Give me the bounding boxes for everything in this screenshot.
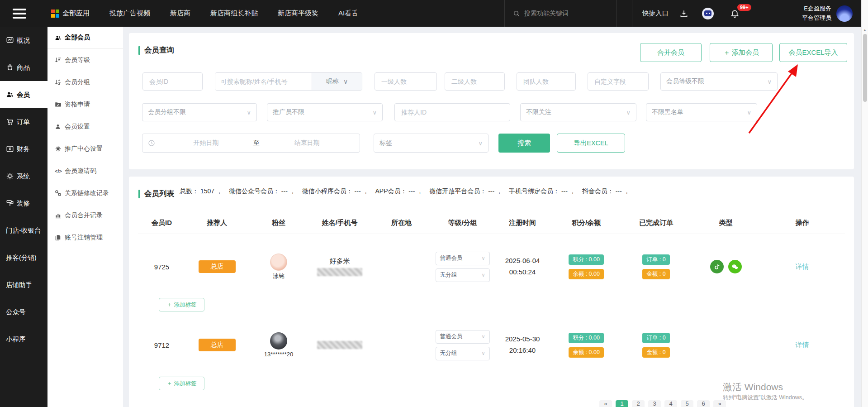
fan-cell: 13*******20 [264,332,293,358]
group-select[interactable]: 无分组∨ [436,268,490,282]
chevron-down-icon: ∨ [626,109,631,116]
page-2[interactable]: 2 [632,400,645,407]
col-actions: 操作 [796,219,809,227]
page-next[interactable]: » [713,400,726,407]
page-scrollbar[interactable]: ▲ [861,0,868,407]
end-date-placeholder[interactable]: 结束日期 [260,139,354,147]
submenu-merge-log[interactable]: 会员合并记录 [47,204,123,226]
tag-select[interactable]: 标签∨ [374,134,489,153]
menu-toggle-icon[interactable] [13,9,26,19]
topnav-leader-subsidy[interactable]: 新店商组长补贴 [210,9,258,18]
level1-count-input[interactable] [375,72,437,91]
member-submenu: 全部会员 会员等级 会员分组 资格申请 会员设置 推广中心设置 </> 会员邀请… [47,27,123,407]
submenu-label: 账号注销管理 [65,234,103,242]
level-select[interactable]: 普通会员∨ [436,330,490,344]
add-tag-button[interactable]: ＋ 添加标签 [159,298,204,311]
referrer-id-input[interactable] [394,103,510,121]
export-excel-button[interactable]: 导出EXCEL [557,134,625,153]
quick-entry-button[interactable]: 快捷入口 [642,0,669,27]
sidebar-item-mini-program[interactable]: 小程序 [0,326,47,353]
page-prev[interactable]: « [599,400,612,407]
user-menu[interactable]: E企盈服务 平台管理员 [788,0,831,27]
sidebar-item-goods[interactable]: 商品 [0,54,47,81]
col-location: 所在地 [391,219,412,227]
add-member-button[interactable]: ＋ 添加会员 [710,43,773,62]
sidebar-item-shop-assistant[interactable]: 店铺助手 [0,271,47,298]
submenu-invite-code[interactable]: </> 会员邀请码 [47,160,123,182]
download-button[interactable] [679,0,688,27]
assistant-icon [702,8,714,19]
sidebar-label: 装修 [17,199,30,208]
sidebar-label: 财务 [17,145,30,153]
notification-badge: 99+ [737,4,751,11]
page-3[interactable]: 3 [648,400,661,407]
all-apps-button[interactable]: 全部应用 [51,9,90,18]
page-5[interactable]: 5 [681,400,693,407]
member-level-select[interactable]: 会员等级不限∨ [660,72,778,91]
keyword-input[interactable] [215,73,312,90]
topnav-ai-tongue[interactable]: AI看舌 [338,9,358,18]
page-4[interactable]: 4 [664,400,677,407]
submenu-account-cancellation[interactable]: 账号注销管理 [47,226,123,249]
blacklist-filter-select[interactable]: 不限黑名单∨ [646,103,757,121]
type-cell [710,260,742,273]
blurred-name [317,341,362,349]
topnav-new-shop[interactable]: 新店商 [170,9,190,18]
submenu-promotion-settings[interactable]: 推广中心设置 [47,138,123,160]
referrer-badge: 总店 [199,339,236,351]
sidebar-item-system[interactable]: 系统 [0,163,47,190]
scroll-up-icon[interactable]: ▲ [862,0,868,32]
all-members-icon [55,34,62,41]
member-name: 好多米 [330,257,350,266]
submenu-member-levels[interactable]: 会员等级 [47,49,123,71]
promoter-select[interactable]: 推广员不限∨ [267,103,383,121]
submenu-member-settings[interactable]: 会员设置 [47,115,123,138]
sidebar-item-members[interactable]: 会员 [0,81,47,108]
avatar[interactable] [836,5,853,22]
group-select[interactable]: 无分组∨ [436,347,490,360]
notifications-button[interactable] [730,0,740,27]
custom-field-input[interactable] [588,72,649,91]
keyword-type-select[interactable]: 昵称∨ [312,73,362,90]
detail-link[interactable]: 详情 [796,341,809,350]
function-search-input[interactable]: 搜索功能关键词 [504,0,617,27]
topnav-level-award[interactable]: 新店商平级奖 [278,9,318,18]
detail-link[interactable]: 详情 [796,263,809,271]
topnav-ad-video[interactable]: 投放广告视频 [109,9,150,18]
submenu-qualification[interactable]: 资格申请 [47,93,123,115]
add-tag-button[interactable]: ＋ 添加标签 [159,377,204,390]
submenu-relation-log[interactable]: 关系链修改记录 [47,182,123,204]
page-6[interactable]: 6 [697,400,710,407]
level-select[interactable]: 普通会员∨ [436,252,490,265]
reg-date: 2025-05-30 [505,334,540,345]
team-count-input[interactable] [517,72,576,91]
submenu-member-groups[interactable]: 会员分组 [47,71,123,93]
orders-cell: 订单 : 0 金额 : 0 [642,254,669,279]
member-excel-import-button[interactable]: 会员EXCEL导入 [779,43,847,62]
assistant-button[interactable] [702,0,714,27]
submenu-all-members[interactable]: 全部会员 [47,27,123,49]
sidebar-item-store-cashier[interactable]: 门店-收银台 [0,217,47,244]
level-group-cell: 普通会员∨ 无分组∨ [436,330,490,360]
sidebar-item-finance[interactable]: 财务 [0,135,47,163]
member-query-card: 会员查询 合并会员 ＋ 添加会员 会员EXCEL导入 昵称∨ 会员等级不限∨ 会… [129,33,854,169]
date-range-picker[interactable]: 开始日期 至 结束日期 [142,134,360,153]
member-id: 9725 [154,263,169,271]
sidebar-label: 店铺助手 [6,281,32,289]
sidebar-item-official-account[interactable]: 公众号 [0,298,47,326]
page-1[interactable]: 1 [616,400,628,407]
sidebar-label: 门店-收银台 [6,226,41,235]
search-button[interactable]: 搜索 [498,134,550,153]
merge-members-button[interactable]: 合并会员 [640,43,702,62]
sidebar-item-orders[interactable]: 订单 [0,108,47,135]
member-id-input[interactable] [142,72,203,91]
member-group-select[interactable]: 会员分组不限∨ [142,103,257,121]
sidebar-item-overview[interactable]: 概况 [0,27,47,54]
level2-count-input[interactable] [445,72,505,91]
sidebar-item-distribution[interactable]: 推客(分销) [0,244,47,271]
scrollbar-thumb[interactable] [863,34,867,102]
follow-filter-select[interactable]: 不限关注∨ [520,103,636,121]
sidebar-item-decoration[interactable]: 装修 [0,190,47,217]
start-date-placeholder[interactable]: 开始日期 [159,139,253,147]
tag-value: 标签 [379,139,392,147]
